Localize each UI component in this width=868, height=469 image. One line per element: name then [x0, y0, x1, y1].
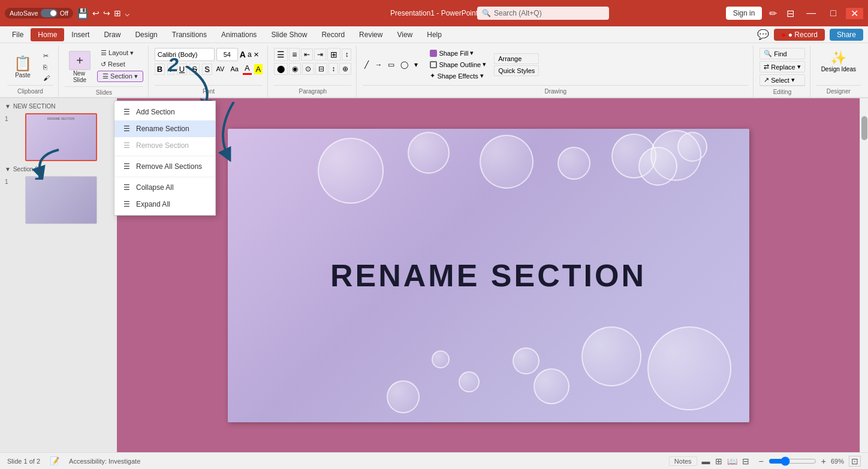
add-section-item[interactable]: ☰ Add Section: [114, 104, 215, 120]
save-icon[interactable]: 💾: [77, 8, 89, 19]
menu-review[interactable]: Review: [352, 28, 390, 41]
replace-button[interactable]: ⇄ Replace ▾: [760, 61, 804, 72]
italic-button[interactable]: I: [167, 63, 174, 75]
section-header-2[interactable]: ▼ Section 2: [5, 166, 112, 173]
comment-icon[interactable]: 💬: [757, 29, 769, 40]
clear-format-button[interactable]: ✕: [254, 51, 259, 59]
display-icon[interactable]: ⊟: [784, 7, 797, 20]
font-shrink-button[interactable]: a: [248, 50, 252, 59]
zoom-plus-button[interactable]: +: [821, 456, 826, 466]
present-icon[interactable]: ⊞: [114, 8, 121, 18]
menu-slideshow[interactable]: Slide Show: [264, 28, 314, 41]
ribbon: 📋 Paste ✂ ⎘ 🖌 Clipboard + NewSlide ☰ Lay…: [0, 43, 868, 98]
reset-button[interactable]: ↺ Reset: [97, 59, 143, 69]
rename-section-item[interactable]: ☰ Rename Section: [114, 120, 215, 137]
numbering-button[interactable]: ≡: [289, 48, 300, 61]
menu-home[interactable]: Home: [31, 28, 64, 41]
strikethrough-button[interactable]: S: [189, 63, 200, 75]
font-grow-button[interactable]: A: [240, 50, 246, 59]
slide-thumbnail-1[interactable]: RENAME SECTION: [25, 113, 97, 161]
zoom-minus-button[interactable]: −: [759, 456, 764, 466]
menu-help[interactable]: Help: [420, 28, 449, 41]
record-button[interactable]: ● ● Record: [774, 29, 825, 41]
presenter-view-button[interactable]: ⊟: [742, 456, 749, 466]
notes-button[interactable]: Notes: [669, 456, 697, 466]
select-button[interactable]: ↗ Select ▾: [760, 74, 804, 86]
pen-icon[interactable]: ✏: [767, 7, 779, 20]
shape-arrow-button[interactable]: →: [373, 59, 384, 70]
decrease-indent-button[interactable]: ⇤: [301, 49, 313, 60]
shadow-button[interactable]: S: [202, 63, 212, 75]
shape-oval-button[interactable]: ◯: [399, 59, 410, 70]
font-name-input[interactable]: [155, 48, 215, 61]
menu-insert[interactable]: Insert: [64, 28, 97, 41]
columns-button[interactable]: ⊞: [327, 48, 340, 61]
menu-transitions[interactable]: Transitions: [165, 28, 214, 41]
fit-to-window-button[interactable]: ⊡: [849, 456, 861, 467]
align-left-button[interactable]: ⬤: [274, 63, 288, 75]
toggle-switch[interactable]: [41, 9, 58, 17]
shape-rect-button[interactable]: ▭: [386, 59, 396, 70]
customize-icon[interactable]: ⌵: [125, 8, 129, 18]
font-size-input[interactable]: [216, 48, 238, 61]
menu-record[interactable]: Record: [314, 28, 352, 41]
design-ideas-button[interactable]: ✨ Design Ideas: [816, 48, 861, 85]
paste-button[interactable]: 📋 Paste: [7, 50, 38, 84]
menu-file[interactable]: File: [5, 28, 31, 41]
share-button[interactable]: Share: [830, 29, 863, 41]
right-scrollbar[interactable]: [860, 98, 868, 452]
smartart-button[interactable]: ⊕: [339, 63, 351, 75]
maximize-button[interactable]: □: [825, 8, 841, 19]
undo-icon[interactable]: ↩: [92, 8, 100, 18]
slide-canvas[interactable]: RENAME SECTION: [228, 129, 749, 422]
align-right-button[interactable]: ⊙: [302, 63, 314, 75]
text-direction-button[interactable]: ↕: [342, 49, 351, 60]
slide-thumbnail-2[interactable]: [25, 176, 97, 224]
quick-styles-button[interactable]: Quick Styles: [494, 65, 539, 76]
signin-button[interactable]: Sign in: [726, 7, 762, 20]
shape-outline-button[interactable]: Shape Outline ▾: [427, 59, 489, 69]
menu-view[interactable]: View: [390, 28, 420, 41]
reading-view-button[interactable]: 📖: [727, 456, 737, 466]
zoom-slider[interactable]: [768, 456, 816, 466]
menu-draw[interactable]: Draw: [97, 28, 128, 41]
shape-fill-button[interactable]: Shape Fill ▾: [427, 48, 489, 58]
arrange-button[interactable]: Arrange: [494, 53, 539, 64]
slide-item-2-wrapper: ▼ Section 2 1: [5, 166, 112, 224]
shapes-more-button[interactable]: ▾: [412, 59, 420, 70]
search-bar[interactable]: 🔍 Search (Alt+Q): [477, 7, 609, 20]
expand-all-item[interactable]: ☰ Expand All: [114, 196, 215, 213]
case-button[interactable]: Aa: [228, 65, 240, 73]
bold-button[interactable]: B: [155, 63, 165, 75]
bullets-button[interactable]: ☰: [274, 48, 288, 61]
minimize-button[interactable]: —: [801, 8, 821, 19]
line-spacing-button[interactable]: ↕: [328, 63, 338, 75]
format-painter-button[interactable]: 🖌: [40, 73, 53, 83]
shape-effects-button[interactable]: ✦ Shape Effects ▾: [427, 71, 489, 81]
char-spacing-button[interactable]: AV: [215, 65, 227, 73]
copy-button[interactable]: ⎘: [40, 62, 53, 72]
highlight-button[interactable]: A: [254, 64, 263, 74]
normal-view-button[interactable]: ▬: [702, 456, 710, 466]
new-slide-button[interactable]: + NewSlide: [65, 48, 95, 86]
section-header[interactable]: ▼ NEW SECTION: [5, 103, 112, 110]
menu-animations[interactable]: Animations: [214, 28, 264, 41]
close-button[interactable]: ✕: [846, 8, 863, 19]
cut-button[interactable]: ✂: [40, 51, 53, 61]
layout-button[interactable]: ☰ Layout ▾: [97, 48, 143, 58]
slide-notes-icon[interactable]: 📝: [50, 456, 59, 465]
underline-button[interactable]: U: [177, 63, 187, 75]
align-center-button[interactable]: ◉: [289, 63, 301, 75]
section-button[interactable]: ☰ Section ▾: [97, 71, 143, 82]
redo-icon[interactable]: ↪: [103, 8, 110, 18]
font-color-button[interactable]: A: [243, 63, 252, 75]
add-section-label: Add Section: [136, 108, 175, 116]
collapse-all-item[interactable]: ☰ Collapse All: [114, 179, 215, 196]
menu-design[interactable]: Design: [128, 28, 164, 41]
shape-line-button[interactable]: ╱: [363, 59, 370, 70]
justify-button[interactable]: ⊟: [315, 63, 327, 75]
increase-indent-button[interactable]: ⇥: [314, 49, 326, 60]
find-button[interactable]: 🔍 Find: [760, 48, 804, 59]
slide-sorter-button[interactable]: ⊞: [715, 456, 722, 466]
remove-all-sections-item[interactable]: ☰ Remove All Sections: [114, 158, 215, 175]
